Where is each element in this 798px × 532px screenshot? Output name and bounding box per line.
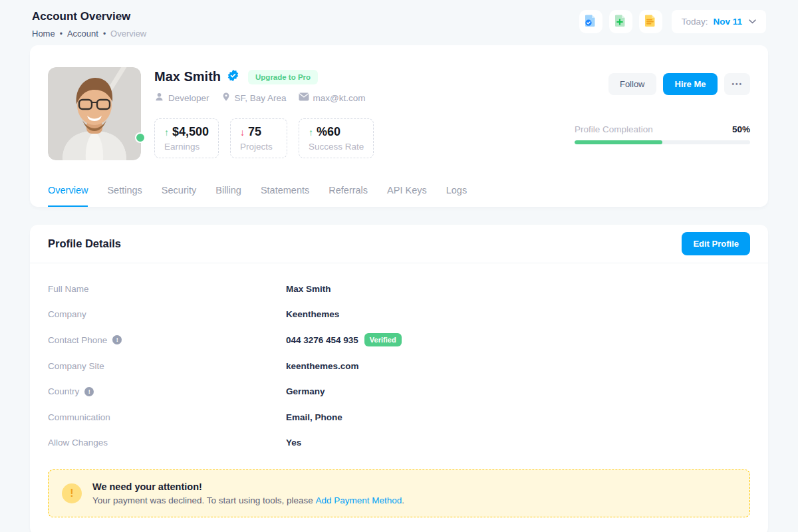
detail-value: Germany	[286, 386, 325, 396]
notice-text: Your payment was declined. To start usin…	[92, 495, 315, 505]
info-icon[interactable]: !	[112, 335, 122, 344]
profile-right: Follow Hire Me ••• Profile Compleation 5…	[575, 67, 750, 160]
profile-top: Max Smith Upgrade to Pro Developer	[48, 67, 750, 160]
details-title: Profile Details	[48, 237, 121, 250]
mail-icon	[299, 92, 309, 103]
breadcrumb-item-overview: Overview	[110, 29, 146, 39]
meta-role-label: Developer	[168, 93, 209, 103]
stat-earnings: ↑ $4,500 Earnings	[154, 118, 219, 158]
notice-title: We need your attention!	[92, 481, 404, 492]
tab-overview[interactable]: Overview	[48, 185, 88, 207]
hire-me-button[interactable]: Hire Me	[663, 73, 718, 95]
warning-icon: !	[62, 483, 82, 503]
user-icon	[154, 92, 164, 104]
progress-label: Profile Compleation	[575, 124, 653, 134]
upgrade-to-pro-badge[interactable]: Upgrade to Pro	[248, 70, 318, 84]
file-lines-icon	[643, 13, 658, 30]
profile-meta-row: Developer SF, Bay Area max@kt.com	[154, 92, 575, 104]
details-body: Full Name Max Smith Company Keenthemes C…	[30, 263, 768, 456]
avatar	[48, 67, 141, 160]
detail-row-country: Country ! Germany	[48, 378, 750, 404]
profile-actions: Follow Hire Me •••	[608, 73, 750, 95]
edit-profile-button[interactable]: Edit Profile	[682, 232, 750, 255]
detail-value: Max Smith	[286, 284, 331, 294]
tab-security[interactable]: Security	[162, 185, 196, 207]
toolbar-file-check-button[interactable]	[579, 10, 602, 33]
add-payment-method-link[interactable]: Add Payment Method	[315, 495, 402, 505]
stat-value: $4,500	[172, 125, 209, 139]
toolbar-file-plus-button[interactable]	[609, 10, 632, 33]
progress-track	[575, 140, 750, 144]
meta-role[interactable]: Developer	[154, 92, 209, 104]
avatar-photo	[48, 67, 141, 160]
detail-label: Company Site	[48, 361, 104, 371]
verified-seal-icon[interactable]	[227, 69, 239, 84]
profile-name-row: Max Smith Upgrade to Pro	[154, 69, 575, 84]
meta-location[interactable]: SF, Bay Area	[221, 92, 287, 104]
detail-label: Company	[48, 309, 86, 319]
tab-settings[interactable]: Settings	[107, 185, 142, 207]
profile-progress-fill	[575, 140, 662, 144]
verified-badge: Verified	[364, 333, 402, 346]
map-pin-icon	[221, 92, 231, 104]
stat-success-rate: ↑ %60 Success Rate	[299, 118, 374, 158]
profile-name[interactable]: Max Smith	[154, 69, 221, 84]
more-options-button[interactable]: •••	[724, 73, 750, 95]
tab-statements[interactable]: Statements	[261, 185, 309, 207]
page-header: Account Overview Home • Account • Overvi…	[0, 0, 798, 45]
file-check-icon	[583, 13, 598, 30]
profile-completion: Profile Compleation 50%	[575, 124, 750, 144]
breadcrumb-separator: •	[103, 30, 106, 38]
tab-billing[interactable]: Billing	[215, 185, 241, 207]
chevron-down-icon	[749, 19, 756, 24]
tab-api-keys[interactable]: API Keys	[387, 185, 427, 207]
profile-info: Max Smith Upgrade to Pro Developer	[154, 67, 575, 160]
attention-notice: ! We need your attention! Your payment w…	[48, 469, 750, 517]
detail-row-communication: Communication Email, Phone	[48, 404, 750, 430]
detail-label: Full Name	[48, 284, 89, 294]
profile-stats-row: ↑ $4,500 Earnings ↓ 75 Projects ↑ %60	[154, 118, 575, 158]
arrow-up-icon: ↑	[309, 127, 313, 138]
detail-value: keenthemes.com	[286, 361, 359, 371]
breadcrumb-item-account[interactable]: Account	[67, 29, 98, 39]
notice-body: Your payment was declined. To start usin…	[92, 495, 404, 505]
profile-tabs: Overview Settings Security Billing State…	[48, 185, 750, 207]
meta-email[interactable]: max@kt.com	[299, 92, 366, 103]
date-prefix: Today:	[682, 17, 708, 27]
breadcrumb-separator: •	[60, 30, 63, 38]
profile-details-card: Profile Details Edit Profile Full Name M…	[30, 225, 768, 532]
date-picker-button[interactable]: Today: Nov 11	[672, 10, 766, 33]
meta-location-label: SF, Bay Area	[235, 93, 287, 103]
tab-logs[interactable]: Logs	[446, 185, 467, 207]
detail-row-company-site: Company Site keenthemes.com	[48, 353, 750, 379]
stat-projects: ↓ 75 Projects	[230, 118, 287, 158]
page-header-left: Account Overview Home • Account • Overvi…	[32, 10, 146, 39]
detail-label: Contact Phone	[48, 335, 107, 345]
arrow-up-icon: ↑	[164, 127, 169, 138]
detail-row-full-name: Full Name Max Smith	[48, 276, 750, 302]
notice-content: We need your attention! Your payment was…	[92, 481, 404, 505]
detail-value: Yes	[286, 438, 301, 448]
tab-referrals[interactable]: Referrals	[329, 185, 368, 207]
file-plus-icon	[613, 13, 628, 30]
stat-label: Success Rate	[309, 142, 364, 152]
detail-value: Email, Phone	[286, 412, 342, 422]
details-header: Profile Details Edit Profile	[30, 225, 768, 263]
progress-percent: 50%	[732, 124, 750, 134]
detail-value: 044 3276 454 935	[286, 335, 358, 345]
online-status-dot	[135, 132, 146, 143]
detail-label: Allow Changes	[48, 438, 108, 448]
date-value: Nov 11	[713, 17, 742, 27]
detail-row-company: Company Keenthemes	[48, 302, 750, 328]
profile-card: Max Smith Upgrade to Pro Developer	[30, 45, 768, 207]
meta-email-label: max@kt.com	[313, 93, 366, 103]
toolbar-file-lines-button[interactable]	[639, 10, 662, 33]
detail-row-contact-phone: Contact Phone ! 044 3276 454 935 Verifie…	[48, 327, 750, 353]
breadcrumb-item-home[interactable]: Home	[32, 29, 55, 39]
stat-value: %60	[317, 125, 340, 139]
detail-row-allow-changes: Allow Changes Yes	[48, 430, 750, 456]
header-actions: Today: Nov 11	[579, 10, 766, 33]
info-icon[interactable]: !	[84, 387, 94, 396]
follow-button[interactable]: Follow	[608, 73, 656, 95]
detail-label: Country	[48, 386, 79, 396]
